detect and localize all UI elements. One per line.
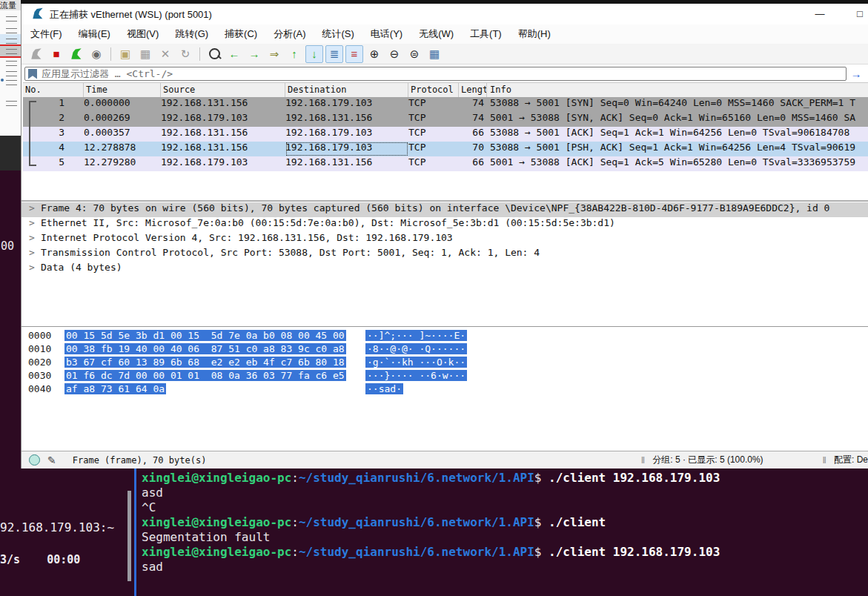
autoscroll-icon[interactable]: ≣ <box>325 45 343 63</box>
resize-columns-icon[interactable]: ▦ <box>425 45 443 63</box>
menu-item[interactable]: 分析(A) <box>274 27 305 41</box>
cell: 192.168.179.103 <box>285 127 408 142</box>
status-bar: ✎ Frame (frame), 70 byte(s) ‖ 分组: 5 · 已显… <box>21 451 868 468</box>
hex-row[interactable]: 0020b3 67 cf 60 13 89 6b 68 e2 e2 eb 4f … <box>21 357 868 370</box>
expand-arrow-icon[interactable]: > <box>21 262 41 277</box>
terminal-window[interactable]: xinglei@xingleigao-pc:~/study_qianrushi/… <box>134 468 868 596</box>
cell: 192.168.131.156 <box>285 112 408 127</box>
background-list-item <box>6 49 17 54</box>
capture-status-icon[interactable] <box>29 454 40 466</box>
detail-row[interactable]: >Ethernet II, Src: Microsof_7e:0a:b0 (00… <box>21 217 868 232</box>
hex-row[interactable]: 003001 f6 dc 7d 00 00 01 01 08 0a 36 03 … <box>21 370 868 383</box>
expand-arrow-icon[interactable]: > <box>21 202 41 217</box>
capture-options-icon[interactable]: ◉ <box>87 45 105 63</box>
title-bar[interactable]: 正在捕获 vEthernet (WSL) (port 5001) — □ <box>21 4 868 24</box>
column-header-no[interactable]: No. <box>23 83 84 98</box>
terminal-text: ./client 192.168.179.103 <box>549 471 720 485</box>
maximize-button[interactable]: □ <box>849 7 868 21</box>
terminal-text: ./client 192.168.179.103 <box>549 545 720 559</box>
column-header-protocol[interactable]: Protocol <box>408 83 459 98</box>
zoom-reset-icon[interactable]: ⊜ <box>405 45 423 63</box>
close-file-icon[interactable]: ✕ <box>156 45 174 63</box>
detail-row[interactable]: >Frame 4: 70 bytes on wire (560 bits), 7… <box>21 202 868 217</box>
zoom-out-icon[interactable]: ⊖ <box>385 45 403 63</box>
hex-row[interactable]: 000000 15 5d 5e 3b d1 00 15 5d 7e 0a b0 … <box>21 330 868 343</box>
capture-start-icon[interactable] <box>27 45 45 63</box>
background-scrollbar[interactable] <box>127 491 131 581</box>
terminal-text: ~/study_qianrushi/6.network/1.API <box>299 515 534 529</box>
menu-item[interactable]: 文件(F) <box>30 27 62 41</box>
cell: 192.168.179.103 <box>161 112 285 127</box>
hex-dump-pane[interactable]: 000000 15 5d 5e 3b d1 00 15 5d 7e 0a b0 … <box>21 330 868 397</box>
cell: 12.279280 <box>84 156 161 171</box>
background-dark-band <box>0 136 21 170</box>
background-stats-text: 3/s 00:00 <box>0 553 80 566</box>
menu-item[interactable]: 无线(W) <box>419 27 454 41</box>
detail-row[interactable]: >Internet Protocol Version 4, Src: 192.1… <box>21 232 868 247</box>
expand-arrow-icon[interactable]: > <box>21 232 41 247</box>
go-first-icon[interactable]: ↑ <box>285 45 303 63</box>
hex-bytes: af a8 73 61 64 0a <box>64 383 166 394</box>
tcp-stream-bracket <box>29 101 37 166</box>
hex-bytes: 00 38 fb 19 40 00 40 06 87 51 c0 a8 83 9… <box>64 343 346 354</box>
go-back-icon[interactable]: ← <box>225 45 243 63</box>
go-to-packet-icon[interactable]: ⇒ <box>265 45 283 63</box>
terminal-text: $ <box>534 515 549 529</box>
packet-row[interactable]: 512.279280192.168.179.103192.168.131.156… <box>23 156 868 171</box>
capture-restart-icon[interactable] <box>67 45 85 63</box>
column-header-destination[interactable]: Destination <box>285 83 408 98</box>
menu-item[interactable]: 捕获(C) <box>225 27 257 41</box>
menu-item[interactable]: 电话(Y) <box>371 27 402 41</box>
save-file-icon[interactable]: ▦ <box>136 45 154 63</box>
apply-filter-button[interactable]: → <box>847 67 866 81</box>
open-file-icon[interactable]: ▣ <box>116 45 134 63</box>
menu-item[interactable]: 工具(T) <box>470 27 502 41</box>
column-header-info[interactable]: Info <box>487 83 868 98</box>
filter-bar: 应用显示过滤器 … <Ctrl-/> → <box>24 66 866 82</box>
edit-comment-icon[interactable]: ✎ <box>47 454 56 466</box>
background-list-item <box>6 101 17 106</box>
hex-row[interactable]: 0040af a8 73 61 64 0a··sad· <box>21 383 868 397</box>
pane-splitter[interactable] <box>21 326 868 327</box>
hex-offset: 0000 <box>28 330 51 341</box>
detail-row[interactable]: >Transmission Control Protocol, Src Port… <box>21 247 868 262</box>
terminal-text: xinglei@xingleigao-pc <box>142 471 291 485</box>
column-header-length[interactable]: Length <box>459 83 487 98</box>
menu-item[interactable]: 编辑(E) <box>79 27 110 41</box>
go-last-icon[interactable]: ↓ <box>305 45 323 63</box>
cell: 74 <box>459 97 487 112</box>
column-header-source[interactable]: Source <box>161 83 285 98</box>
terminal-text: ~/study_qianrushi/6.network/1.API <box>299 471 534 485</box>
hex-bytes: 00 15 5d 5e 3b d1 00 15 5d 7e 0a b0 08 0… <box>64 330 346 341</box>
detail-text: Data (4 bytes) <box>41 262 122 277</box>
status-packet-counts: 分组: 5 · 已显示: 5 (100.0%) <box>652 454 763 466</box>
colorize-icon[interactable]: ≡ <box>345 45 363 63</box>
menu-item[interactable]: 统计(S) <box>322 27 354 41</box>
display-filter-input[interactable]: 应用显示过滤器 … <Ctrl-/> <box>24 67 847 81</box>
packet-row[interactable]: 10.000000192.168.131.156192.168.179.103T… <box>23 97 868 112</box>
pane-splitter[interactable] <box>21 200 868 202</box>
cell: 0.000269 <box>84 112 161 127</box>
packet-row[interactable]: 412.278878192.168.131.156192.168.179.103… <box>23 142 868 156</box>
capture-stop-icon[interactable]: ■ <box>47 45 65 63</box>
menu-item[interactable]: 帮助(H) <box>518 27 551 41</box>
hex-bytes: 01 f6 dc 7d 00 00 01 01 08 0a 36 03 77 f… <box>64 370 346 381</box>
cell: TCP <box>408 142 459 156</box>
detail-row[interactable]: >Data (4 bytes) <box>21 262 868 277</box>
reload-icon[interactable]: ↻ <box>176 45 194 63</box>
menu-item[interactable]: 跳转(G) <box>175 27 208 41</box>
go-forward-icon[interactable]: → <box>245 45 263 63</box>
bookmark-icon[interactable] <box>28 69 37 79</box>
minimize-button[interactable]: — <box>809 7 831 21</box>
packet-row[interactable]: 20.000269192.168.179.103192.168.131.156T… <box>23 112 868 127</box>
column-header-time[interactable]: Time <box>84 83 161 98</box>
hex-row[interactable]: 001000 38 fb 19 40 00 40 06 87 51 c0 a8 … <box>21 343 868 357</box>
detail-text: Frame 4: 70 bytes on wire (560 bits), 70… <box>41 202 829 217</box>
expand-arrow-icon[interactable]: > <box>21 247 41 262</box>
zoom-in-icon[interactable]: ⊕ <box>365 45 383 63</box>
status-profile[interactable]: 配置: De <box>834 454 868 466</box>
expand-arrow-icon[interactable]: > <box>21 217 41 232</box>
packet-row[interactable]: 30.000357192.168.131.156192.168.179.103T… <box>23 127 868 142</box>
find-packet-icon[interactable] <box>205 45 223 63</box>
menu-item[interactable]: 视图(V) <box>127 27 159 41</box>
